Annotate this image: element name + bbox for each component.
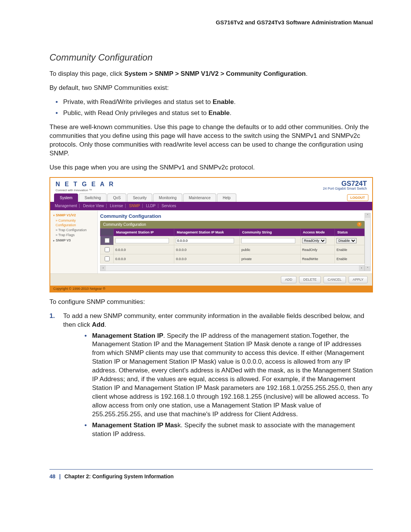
sub-list: Management Station IP. Specify the IP ad… <box>84 332 373 439</box>
list-item: Private, with Read/Write privileges and … <box>63 98 373 107</box>
screenshot-panel: N E T G E A R Connect with Innovation ™ … <box>49 177 373 292</box>
tab-help[interactable]: Help <box>217 193 236 202</box>
tab-qos[interactable]: QoS <box>107 193 126 202</box>
netgear-logo: N E T G E A R <box>56 180 115 189</box>
th-check <box>100 228 114 236</box>
scroll-down-icon[interactable]: ˅ <box>365 266 370 271</box>
check-all[interactable] <box>100 236 114 245</box>
chapter-label: Chapter 2: Configuring System Informatio… <box>64 473 174 479</box>
model-label: GS724T 24 Port Gigabit Smart Switch <box>323 180 367 190</box>
apply-button[interactable]: APPLY <box>349 276 368 283</box>
model-sub: 24 Port Gigabit Smart Switch <box>323 187 367 190</box>
list-item: Public, with Read Only privileges and st… <box>63 109 373 118</box>
add-button[interactable]: ADD <box>281 276 296 283</box>
section-heading: Community Configuration <box>49 52 373 63</box>
table-row-new: ReadOnly Disable <box>100 236 365 245</box>
scroll-left-icon[interactable]: ‹ <box>100 265 106 271</box>
table-row: 0.0.0.0 0.0.0.0 private ReadWrite Enable <box>100 254 365 264</box>
tab-system[interactable]: System <box>54 193 78 202</box>
scroll-right-icon[interactable]: › <box>359 265 364 271</box>
para-use: Use this page when you are using the SNM… <box>49 163 373 172</box>
para-nav: To display this page, click System > SNM… <box>49 70 373 78</box>
select-status[interactable]: Disable <box>336 238 357 243</box>
th-status: Status <box>335 228 365 236</box>
subtab-snmp[interactable]: SNMP <box>129 204 143 208</box>
subtab-management[interactable]: Management <box>55 204 80 208</box>
ol-item: 1. To add a new SNMP community, enter co… <box>49 312 373 439</box>
th-access: Access Mode <box>300 228 335 236</box>
table-row: 0.0.0.0 0.0.0.0 public ReadOnly Enable <box>100 245 365 254</box>
sub-tabs: Management Device View License SNMP LLDP… <box>50 202 372 210</box>
sidebar-item-trapflags[interactable]: » Trap Flags <box>56 233 95 237</box>
para-desc: These are well-known communities. Use th… <box>49 123 373 158</box>
sidebar-hd-snmpv3[interactable]: ▸ SNMP V3 <box>53 238 95 243</box>
page-number: 48 <box>49 473 56 479</box>
sidebar: ▾ SNMP V1/V2 » Community Configuration »… <box>50 211 97 274</box>
manual-title: GS716Tv2 and GS724Tv3 Software Administr… <box>49 19 373 26</box>
sidebar-item-trapconfig[interactable]: » Trap Configuration <box>56 228 95 232</box>
sub-header-bar: Community Configuration ? <box>100 221 365 228</box>
sub-item: Management Station IP. Specify the IP ad… <box>84 332 373 419</box>
brand-tagline: Connect with Innovation ™ <box>56 189 115 193</box>
brand-block: N E T G E A R Connect with Innovation ™ <box>56 180 115 192</box>
ol-number: 1. <box>49 312 55 321</box>
tab-security[interactable]: Security <box>127 193 152 202</box>
page-footer: 48 | Chapter 2: Configuring System Infor… <box>49 469 373 479</box>
main-tabs: System Switching QoS Security Monitoring… <box>50 193 372 202</box>
body-text: To display this page, click System > SNM… <box>49 70 373 439</box>
sidebar-hd-snmpv1v2[interactable]: ▾ SNMP V1/V2 <box>53 213 95 217</box>
bullet-list: Private, with Read/Write privileges and … <box>49 98 373 118</box>
table-header-row: Management Station IP Management Station… <box>100 228 365 236</box>
checkbox-all[interactable] <box>105 238 110 243</box>
help-icon[interactable]: ? <box>357 222 362 227</box>
input-mask[interactable] <box>176 238 234 243</box>
logout-button[interactable]: LOGOUT <box>347 194 369 201</box>
select-access[interactable]: ReadOnly <box>302 238 326 243</box>
subtab-lldp[interactable]: LLDP <box>146 204 158 208</box>
window-header: N E T G E A R Connect with Innovation ™ … <box>50 178 372 193</box>
input-string[interactable] <box>241 238 295 243</box>
h-scrollbar[interactable]: ‹ › <box>100 265 365 271</box>
config-table: Management Station IP Management Station… <box>100 228 365 264</box>
cancel-button[interactable]: CANCEL <box>323 276 346 283</box>
tab-maintenance[interactable]: Maintenance <box>183 193 216 202</box>
input-ip[interactable] <box>115 238 169 243</box>
v-scrollbar[interactable]: ˄ ˅ <box>365 213 371 272</box>
ordered-list: 1. To add a new SNMP community, enter co… <box>49 312 373 439</box>
tab-switching[interactable]: Switching <box>79 193 107 202</box>
scroll-track[interactable] <box>106 265 359 271</box>
manual-page: GS716Tv2 and GS724Tv3 Software Administr… <box>0 0 411 495</box>
subtab-services[interactable]: Services <box>162 204 178 208</box>
sidebar-item-community[interactable]: » Community Configuration <box>56 218 95 227</box>
para-default: By default, two SNMP Communities exist: <box>49 84 373 93</box>
scroll-up-icon[interactable]: ˄ <box>365 213 370 218</box>
button-bar: ADD DELETE CANCEL APPLY <box>50 273 372 285</box>
th-ip: Management Station IP <box>114 228 174 236</box>
para-configure: To configure SNMP communities: <box>49 298 373 307</box>
subtab-license[interactable]: License <box>110 204 126 208</box>
footer-sep: | <box>59 473 61 479</box>
sub-item: Management Station IP Mask. Specify the … <box>84 421 373 439</box>
content-area: ▾ SNMP V1/V2 » Community Configuration »… <box>50 210 372 274</box>
delete-button[interactable]: DELETE <box>299 276 321 283</box>
row-checkbox[interactable] <box>105 247 110 252</box>
main-panel: Community Configuration Community Config… <box>97 211 372 274</box>
sub-header-label: Community Configuration <box>103 222 146 227</box>
model-name: GS724T <box>323 180 367 187</box>
subtab-deviceview[interactable]: Device View <box>83 204 107 208</box>
section-title: Community Configuration <box>100 213 365 220</box>
row-checkbox[interactable] <box>105 256 110 261</box>
th-string: Community String <box>240 228 300 236</box>
copyright-bar: Copyright © 1996-2010 Netgear ® <box>50 286 372 292</box>
tab-monitoring[interactable]: Monitoring <box>153 193 182 202</box>
th-mask: Management Station IP Mask <box>174 228 240 236</box>
